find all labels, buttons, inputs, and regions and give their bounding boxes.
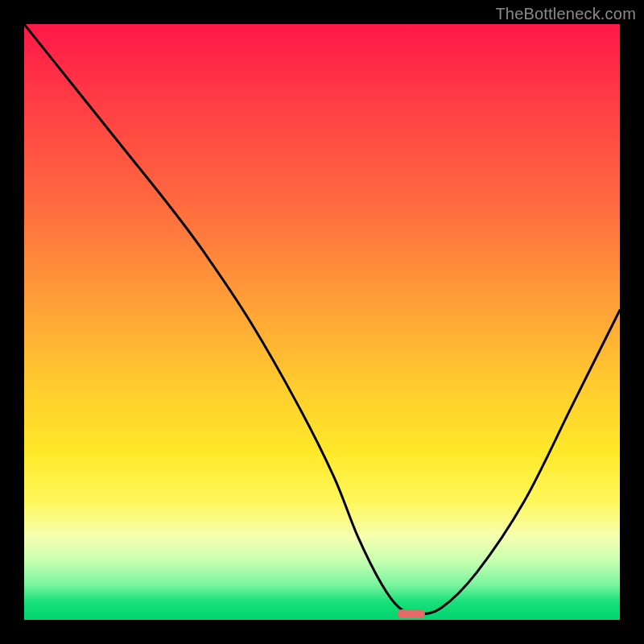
curve-path (24, 24, 620, 614)
watermark-text: TheBottleneck.com (495, 5, 636, 23)
plot-area (24, 24, 620, 620)
optimal-marker (398, 609, 424, 619)
chart-frame: TheBottleneck.com (0, 0, 644, 644)
bottleneck-curve (24, 24, 620, 620)
